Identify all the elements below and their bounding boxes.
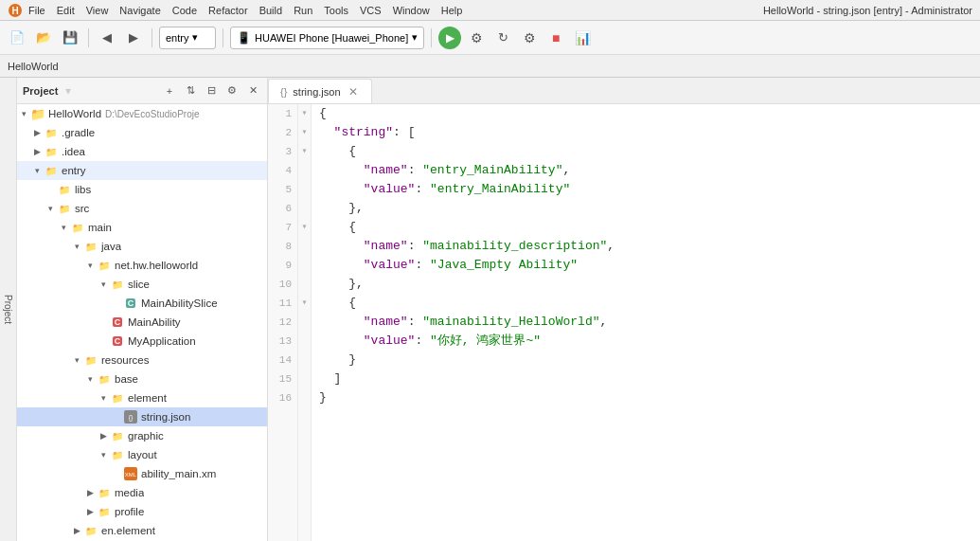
forward-button[interactable]: ▶ [122,27,145,49]
media-folder-icon: 📁 [97,485,112,500]
menu-run[interactable]: Run [294,5,312,16]
entry-selector[interactable]: entry ▾ [159,27,216,49]
panel-scroll-button[interactable]: ⇅ [182,82,199,99]
menu-navigate[interactable]: Navigate [119,5,160,16]
project-sidebar-label[interactable]: Project [0,78,17,541]
tree-root[interactable]: ▾ 📁 HelloWorld D:\DevEcoStudioProje [17,104,267,123]
new-file-button[interactable]: 📄 [6,27,28,49]
gradle-folder-icon: 📁 [44,125,59,140]
tree-item-base[interactable]: ▾ 📁 base [17,370,267,388]
window-title: HelloWorld - string.json [entry] - Admin… [763,5,972,16]
phone-icon: 📱 [237,31,251,45]
tree-item-package[interactable]: ▾ 📁 net.hw.helloworld [17,256,267,275]
menu-vcs[interactable]: VCS [360,5,382,16]
device-dropdown-icon: ▾ [412,31,418,44]
menu-refactor[interactable]: Refactor [208,5,248,16]
menu-code[interactable]: Code [172,5,197,16]
menu-window[interactable]: Window [393,5,430,16]
entry-dropdown-icon: ▾ [192,31,198,44]
panel-settings-button[interactable]: ⚙ [223,82,241,99]
code-content[interactable]: { "string": [ { "name": "entry_MainAbili… [312,104,980,541]
tree-item-gradle[interactable]: ▶ 📁 .gradle [17,123,267,142]
idea-label: .idea [62,146,85,157]
fold-3[interactable]: ▾ [298,142,311,161]
tree-item-my-application[interactable]: C MyApplication [17,332,267,351]
profile-button[interactable]: ⚙ [518,27,541,49]
root-arrow: ▾ [17,109,30,118]
menu-bar[interactable]: File Edit View Navigate Code Refactor Bu… [28,5,462,16]
fold-gutter: ▾ ▾ ▾ ▾ ▾ [298,104,312,541]
fold-5 [298,180,311,199]
line-num-5: 5 [285,180,292,199]
fold-7[interactable]: ▾ [298,218,311,237]
tree-item-main[interactable]: ▾ 📁 main [17,218,267,237]
resources-folder-icon: 📁 [83,352,98,368]
open-button[interactable]: 📂 [32,27,55,49]
tree-item-main-ability-slice[interactable]: C MainAbilitySlice [17,294,267,313]
menu-help[interactable]: Help [441,5,463,16]
fold-8 [298,237,311,256]
fold-9 [298,256,311,275]
root-label: HelloWorld [48,108,101,119]
libs-label: libs [75,184,91,195]
back-button[interactable]: ◀ [96,27,118,49]
tree-item-string-json[interactable]: {} string.json [17,407,267,426]
code-line-3: { [319,142,980,161]
line-num-9: 9 [285,256,292,275]
main-label: main [88,222,112,233]
fold-1[interactable]: ▾ [298,104,311,123]
fold-2[interactable]: ▾ [298,123,311,142]
en-element-folder-icon: 📁 [83,523,98,538]
src-arrow: ▾ [44,204,57,213]
line-num-10: 10 [279,275,292,294]
open-coverage-button[interactable]: 📊 [571,27,594,49]
tree-item-graphic[interactable]: ▶ 📁 graphic [17,426,267,445]
file-tree: ▾ 📁 HelloWorld D:\DevEcoStudioProje ▶ 📁 … [17,104,267,541]
tree-item-en-element[interactable]: ▶ 📁 en.element [17,521,267,540]
tree-item-slice[interactable]: ▾ 📁 slice [17,275,267,294]
base-arrow: ▾ [83,374,97,384]
panel-add-button[interactable]: + [161,82,178,99]
tab-close-button[interactable]: ✕ [347,85,360,99]
helloworld-tab[interactable]: HelloWorld [8,61,59,72]
menu-edit[interactable]: Edit [57,5,75,16]
tree-item-element[interactable]: ▾ 📁 element [17,388,267,407]
code-line-7: { [319,218,980,237]
save-button[interactable]: 💾 [59,27,81,49]
resources-arrow: ▾ [70,355,83,365]
editor-tab-string-json[interactable]: {} string.json ✕ [268,79,372,103]
line-num-3: 3 [285,142,292,161]
tree-item-src[interactable]: ▾ 📁 src [17,199,267,218]
device-selector[interactable]: 📱 HUAWEI Phone [Huawei_Phone] ▾ [230,27,424,49]
package-label: net.hw.helloworld [115,260,198,271]
tree-item-java[interactable]: ▾ 📁 java [17,237,267,256]
menu-view[interactable]: View [86,5,109,16]
tree-item-layout[interactable]: ▾ 📁 layout [17,445,267,464]
attach-debugger-button[interactable]: ⚙ [465,27,488,49]
code-editor[interactable]: 1 2 3 4 5 6 7 8 9 10 11 12 13 14 15 16 ▾… [268,104,980,541]
tree-item-main-ability[interactable]: C MainAbility [17,313,267,332]
stop-button[interactable]: ■ [544,27,567,49]
panel-close-button[interactable]: ✕ [244,82,261,99]
tree-item-resources[interactable]: ▾ 📁 resources [17,351,267,370]
tree-item-ability-main-xml[interactable]: XML ability_main.xm [17,464,267,483]
tree-item-libs[interactable]: 📁 libs [17,180,267,199]
fold-11[interactable]: ▾ [298,294,311,313]
run-button[interactable]: ▶ [438,27,461,49]
menu-file[interactable]: File [28,5,45,16]
profile-label: profile [115,506,144,517]
device-label: HUAWEI Phone [Huawei_Phone] [255,32,408,44]
menu-tools[interactable]: Tools [324,5,348,16]
tree-item-profile[interactable]: ▶ 📁 profile [17,502,267,521]
svg-text:{}: {} [129,414,134,422]
panel-collapse-all-button[interactable]: ⊟ [203,82,220,99]
tree-item-media[interactable]: ▶ 📁 media [17,483,267,502]
tree-item-idea[interactable]: ▶ 📁 .idea [17,142,267,161]
reload-button[interactable]: ↻ [491,27,514,49]
tree-item-entry[interactable]: ▾ 📁 entry [17,161,267,180]
fold-16 [298,388,311,407]
toolbar-separator-3 [223,28,223,47]
base-folder-icon: 📁 [97,371,112,387]
line-num-11: 11 [279,294,292,313]
menu-build[interactable]: Build [259,5,282,16]
